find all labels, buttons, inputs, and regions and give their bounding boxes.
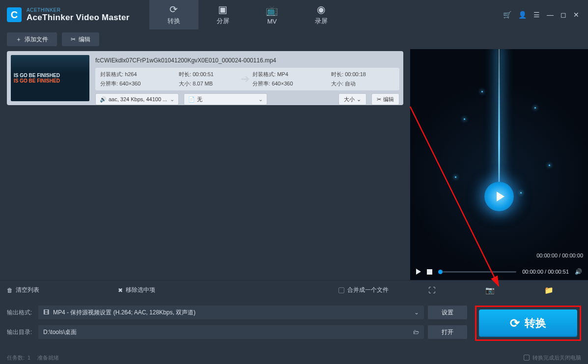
scissors-icon: ✂ [71, 36, 76, 43]
brand-title: AceThinker Video Master [27, 13, 130, 23]
chevron-down-icon: ⌄ [414, 309, 419, 316]
checkbox-icon [338, 287, 344, 293]
meta-grid: 封装格式: h264 分辨率: 640×360 时长: 00:00:51 大小:… [95, 68, 399, 90]
folder-icon[interactable]: 📁 [544, 286, 554, 295]
remove-selected-button[interactable]: ✖ 移除选中项 [118, 286, 155, 294]
subtitle-dropdown[interactable]: 📄 无 ⌄ [184, 93, 267, 105]
convert-button[interactable]: ⟳ 转换 [479, 309, 577, 337]
merge-checkbox[interactable]: 合并成一个文件 [338, 286, 389, 294]
chevron-down-icon: ⌄ [357, 96, 361, 103]
preview-controls: 00:00:00 / 00:00:51 🔊 [410, 263, 588, 280]
subtitle-icon: 📄 [188, 96, 195, 103]
audio-track-dropdown[interactable]: 🔊 aac, 324 Kbps, 44100 ... ⌄ [95, 93, 179, 105]
output-format-label: 输出格式: [7, 308, 34, 317]
camera-icon[interactable]: 📷 [485, 286, 495, 295]
file-name: fcCWIEkdlx07CFrP1wGk01041200KgvX0E010_00… [95, 55, 399, 68]
scissors-icon: ✂ [377, 96, 381, 103]
edit-button[interactable]: ✂ 编辑 [62, 32, 99, 46]
user-icon[interactable]: 👤 [518, 11, 527, 19]
plus-icon: ＋ [16, 35, 22, 44]
preview-time: 00:00:00 / 00:00:51 [522, 269, 569, 275]
crop-icon[interactable]: ⛶ [428, 286, 436, 295]
list-actions: 🗑 清空列表 ✖ 移除选中项 合并成一个文件 ⛶ 📷 📁 [0, 280, 588, 300]
split-icon: ▣ [218, 4, 227, 15]
app-logo-icon: C [7, 7, 22, 22]
output-settings: 输出格式: 🎞 MP4 - 保持源视频设置 (H.264; AAC, 128Kb… [0, 300, 588, 341]
menu-icon[interactable]: ☰ [533, 11, 540, 19]
titlebar: C ACETHINKER AceThinker Video Master ⟳ 转… [0, 0, 588, 29]
stop-button[interactable] [427, 269, 432, 275]
window-controls: 🛒 👤 ☰ — ◻ ✕ [503, 11, 588, 19]
status-ready: 准备就绪 [37, 354, 59, 362]
statusbar: 任务数: 1 准备就绪 转换完成后关闭电脑 [0, 351, 588, 364]
preview-panel: 00:00:00 / 00:00:00 00:00:00 / 00:00:51 … [410, 49, 588, 280]
main-tabs: ⟳ 转换 ▣ 分屏 📺 MV ◉ 录屏 [149, 0, 346, 29]
tab-mv[interactable]: 📺 MV [248, 0, 297, 29]
card-info: fcCWIEkdlx07CFrP1wGk01041200KgvX0E010_00… [95, 55, 399, 101]
mv-icon: 📺 [266, 5, 278, 16]
remove-icon: ✖ [118, 287, 123, 294]
add-file-button[interactable]: ＋ 添加文件 [7, 32, 57, 46]
settings-button[interactable]: 设置 [428, 306, 467, 319]
play-orb-icon [484, 182, 514, 211]
tasks-count: 1 [28, 355, 30, 361]
audio-icon: 🔊 [100, 96, 107, 103]
toolbar: ＋ 添加文件 ✂ 编辑 [0, 29, 588, 49]
video-thumbnail[interactable]: IS GO BE FINISHED IS GO BE FINISHED [11, 55, 89, 101]
convert-icon: ⟳ [169, 4, 178, 15]
tab-record[interactable]: ◉ 录屏 [297, 0, 346, 29]
preview-canvas[interactable]: 00:00:00 / 00:00:00 [410, 49, 588, 280]
tab-convert[interactable]: ⟳ 转换 [149, 0, 198, 29]
browse-folder-icon[interactable]: 🗁 [413, 329, 419, 336]
minimize-icon[interactable]: — [547, 11, 554, 19]
output-format-dropdown[interactable]: 🎞 MP4 - 保持源视频设置 (H.264; AAC, 128Kbps, 双声… [38, 306, 424, 319]
play-button[interactable] [416, 269, 421, 275]
preview-overlay-time: 00:00:00 / 00:00:00 [536, 252, 583, 258]
output-dir-input[interactable]: D:\tools\桌面 🗁 [38, 325, 424, 339]
main-area: IS GO BE FINISHED IS GO BE FINISHED fcCW… [0, 49, 588, 280]
tasks-label: 任务数: [7, 354, 25, 362]
shutdown-label: 转换完成后关闭电脑 [532, 354, 581, 362]
seek-slider[interactable] [438, 271, 516, 273]
file-card[interactable]: IS GO BE FINISHED IS GO BE FINISHED fcCW… [7, 51, 403, 105]
size-button[interactable]: 大小 ⌄ [338, 93, 366, 105]
card-edit-button[interactable]: ✂ 编辑 [371, 93, 399, 105]
brand-small: ACETHINKER [27, 7, 130, 13]
tab-split[interactable]: ▣ 分屏 [198, 0, 248, 29]
clear-list-button[interactable]: 🗑 清空列表 [7, 286, 39, 294]
arrow-icon: ➔ [238, 73, 252, 85]
cart-icon[interactable]: 🛒 [503, 11, 511, 19]
close-icon[interactable]: ✕ [573, 11, 579, 19]
preview-tool-icons: ⛶ 📷 📁 [403, 286, 581, 295]
shutdown-checkbox[interactable] [524, 355, 530, 361]
trash-icon: 🗑 [7, 287, 13, 294]
maximize-icon[interactable]: ◻ [560, 11, 566, 19]
file-list: IS GO BE FINISHED IS GO BE FINISHED fcCW… [0, 49, 410, 280]
chevron-down-icon: ⌄ [170, 96, 174, 103]
open-button[interactable]: 打开 [428, 325, 467, 339]
brand-block: ACETHINKER AceThinker Video Master [27, 7, 130, 23]
format-icon: 🎞 [43, 309, 49, 316]
card-controls: 🔊 aac, 324 Kbps, 44100 ... ⌄ 📄 无 ⌄ 大小 ⌄ [95, 93, 399, 105]
volume-icon[interactable]: 🔊 [575, 268, 582, 275]
record-icon: ◉ [317, 4, 325, 15]
convert-highlight: ⟳ 转换 [475, 306, 581, 341]
convert-icon: ⟳ [510, 316, 520, 330]
output-dir-label: 输出目录: [7, 328, 34, 336]
chevron-down-icon: ⌄ [258, 96, 263, 103]
